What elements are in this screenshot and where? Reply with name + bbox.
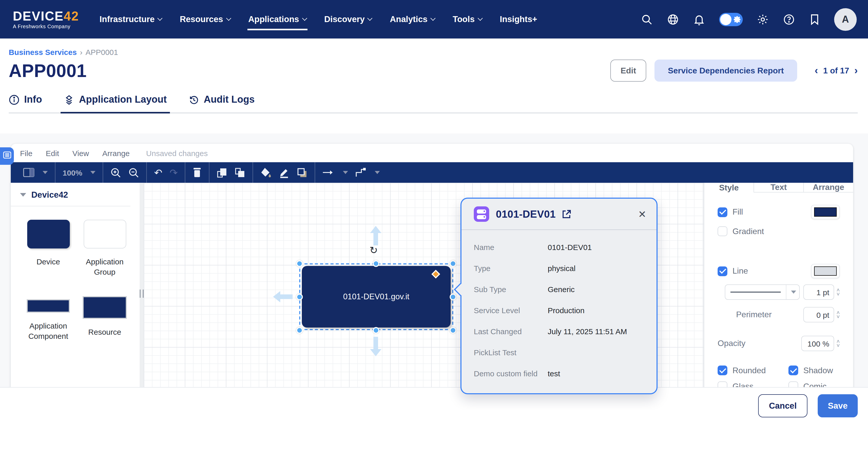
breadcrumb-current: APP0001 <box>86 48 118 57</box>
bookmark-icon[interactable] <box>809 13 820 25</box>
editor-toolbar: 100% ↶ ↷ <box>11 162 853 183</box>
nav-resources[interactable]: Resources <box>180 0 230 38</box>
notifications-bell-icon[interactable] <box>693 13 705 25</box>
to-back-icon[interactable] <box>235 167 245 178</box>
settings-gear-icon[interactable] <box>756 13 769 25</box>
zoom-in-icon[interactable] <box>111 167 121 178</box>
globe-icon[interactable] <box>667 13 679 25</box>
shape-application-group[interactable]: Application Group <box>76 220 133 277</box>
to-front-icon[interactable] <box>217 167 227 178</box>
chevron-down-icon[interactable] <box>42 171 48 174</box>
shadow-icon[interactable] <box>297 167 307 178</box>
save-button[interactable]: Save <box>818 394 858 418</box>
service-dependencies-report-button[interactable]: Service Dependencies Report <box>654 60 797 82</box>
nav-analytics[interactable]: Analytics <box>390 0 435 38</box>
perimeter-spin-icons[interactable]: ˄˅ <box>836 311 840 319</box>
resize-handle-ne[interactable] <box>450 260 456 267</box>
resize-handle-nw[interactable] <box>296 260 303 267</box>
tab-application-layout[interactable]: Application Layout <box>64 91 167 113</box>
editor-menubar: File Edit View Arrange Unsaved changes <box>11 144 853 162</box>
resize-handle-n[interactable] <box>373 260 379 267</box>
resize-handle-s[interactable] <box>373 327 379 334</box>
nav-tools[interactable]: Tools <box>453 0 482 38</box>
gradient-checkbox[interactable] <box>718 226 727 236</box>
undo-icon[interactable]: ↶ <box>154 167 162 177</box>
waypoint-connector-icon[interactable] <box>355 167 367 178</box>
collapse-caret-icon <box>20 193 26 196</box>
rounded-checkbox[interactable] <box>718 366 727 375</box>
device-node-0101-dev01[interactable]: 0101-DEV01.gov.it <box>302 266 451 328</box>
node-details-popup: 0101-DEV01 ✕ Name0101-DEV01 Typephysical… <box>460 198 657 394</box>
resize-handle-e[interactable] <box>450 294 456 300</box>
menu-arrange[interactable]: Arrange <box>102 149 130 157</box>
shape-device[interactable]: Device <box>20 220 76 277</box>
brand-tagline: A Freshworks Company <box>13 24 79 29</box>
connection-arrow-icon[interactable] <box>322 169 335 176</box>
nav-applications[interactable]: Applications <box>248 0 306 38</box>
shape-resource[interactable]: Resource <box>76 290 133 341</box>
line-width-spin-icons[interactable]: ˄˅ <box>836 288 840 296</box>
device42-logo[interactable]: DEVICE42 A Freshworks Company <box>13 9 79 29</box>
cancel-button[interactable]: Cancel <box>758 394 807 418</box>
diagram-editor: File Edit View Arrange Unsaved changes 1… <box>11 144 853 410</box>
menu-edit[interactable]: Edit <box>46 149 59 157</box>
resize-handle-sw[interactable] <box>296 327 303 334</box>
external-link-icon[interactable] <box>561 209 571 219</box>
menu-view[interactable]: View <box>72 149 89 157</box>
zoom-level[interactable]: 100% <box>63 168 82 177</box>
chevron-down-icon <box>791 290 796 294</box>
resize-handle-se[interactable] <box>450 327 456 334</box>
opacity-stepper[interactable]: 100 % <box>801 336 834 351</box>
fill-color-icon[interactable] <box>260 167 272 178</box>
edit-button[interactable]: Edit <box>610 60 646 82</box>
theme-toggle[interactable] <box>719 12 743 26</box>
user-avatar[interactable]: A <box>834 8 857 31</box>
menu-file[interactable]: File <box>20 149 32 157</box>
nav-discovery[interactable]: Discovery <box>324 0 372 38</box>
resize-handle-w[interactable] <box>296 294 303 300</box>
panel-resize-grip[interactable] <box>140 289 144 298</box>
tab-info[interactable]: Info <box>9 91 42 113</box>
page-tabs: Info Application Layout Audit Logs <box>9 91 858 114</box>
help-icon[interactable] <box>783 13 795 25</box>
tab-audit-logs[interactable]: Audit Logs <box>188 91 255 113</box>
direction-arrow-left-icon[interactable] <box>273 289 292 306</box>
chevron-down-icon[interactable] <box>375 171 380 174</box>
breadcrumb: Business Services › APP0001 <box>0 38 868 57</box>
line-checkbox[interactable] <box>718 266 727 276</box>
fill-color-swatch[interactable] <box>811 205 840 219</box>
format-panel-toggle[interactable] <box>0 147 14 165</box>
nav-insights[interactable]: Insights+ <box>500 0 537 38</box>
title-actions: Edit Service Dependencies Report ‹ 1 of … <box>610 60 858 82</box>
next-record-icon[interactable]: › <box>855 65 858 76</box>
zoom-out-icon[interactable] <box>129 167 140 178</box>
tab-text[interactable]: Text <box>753 183 803 192</box>
tab-arrange[interactable]: Arrange <box>803 183 853 192</box>
chevron-down-icon[interactable] <box>343 171 348 174</box>
shapes-palette: Device42 Device Application Group <box>11 183 140 410</box>
shadow-checkbox[interactable] <box>788 366 798 375</box>
line-style-dropdown[interactable] <box>725 284 800 300</box>
direction-arrow-down-icon[interactable] <box>369 337 383 358</box>
perimeter-stepper[interactable]: 0 pt <box>803 307 834 322</box>
list-icon <box>3 151 11 161</box>
line-width-stepper[interactable]: 1 pt <box>803 284 834 300</box>
prev-record-icon[interactable]: ‹ <box>815 65 818 76</box>
delete-trash-icon[interactable] <box>192 167 202 178</box>
close-icon[interactable]: ✕ <box>638 208 646 220</box>
opacity-spin-icons[interactable]: ˄˅ <box>836 339 840 347</box>
chevron-down-icon[interactable] <box>91 171 96 174</box>
line-color-swatch[interactable] <box>811 264 840 278</box>
shape-application-component[interactable]: Application Component <box>20 290 76 341</box>
search-icon[interactable] <box>641 13 653 25</box>
rotate-shape-icon[interactable]: ↻ <box>370 244 378 256</box>
chevron-down-icon <box>226 16 231 21</box>
line-color-icon[interactable] <box>279 167 289 178</box>
tab-style[interactable]: Style <box>704 183 753 192</box>
breadcrumb-link[interactable]: Business Services <box>9 48 77 57</box>
diagram-canvas[interactable]: ↻ 0101-DEV01.gov.it <box>144 183 704 410</box>
nav-infrastructure[interactable]: Infrastructure <box>100 0 162 38</box>
view-layout-icon[interactable] <box>23 168 34 177</box>
fill-checkbox[interactable] <box>718 207 727 217</box>
palette-section-header[interactable]: Device42 <box>20 190 140 200</box>
